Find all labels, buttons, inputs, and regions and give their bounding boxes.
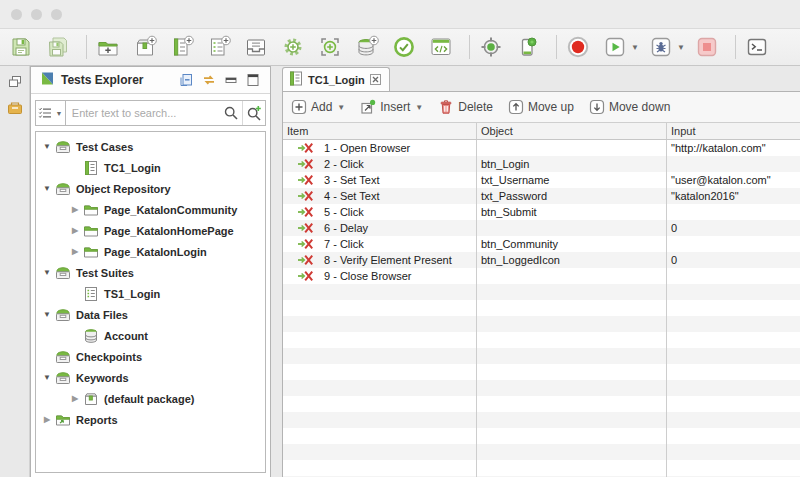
tree-collapsed-arrow-icon[interactable]: ▶ — [41, 415, 53, 424]
table-row[interactable]: 9 - Close Browser — [283, 268, 800, 284]
tree-item-page-kataloncommunity[interactable]: ▶Page_KatalonCommunity — [36, 199, 265, 220]
tree-item-page-katalonhomepage[interactable]: ▶Page_KatalonHomePage — [36, 220, 265, 241]
debug-button[interactable] — [646, 32, 676, 62]
tree-collapsed-arrow-icon[interactable]: ▶ — [69, 205, 81, 214]
tree-item-ts1-login[interactable]: TS1_Login — [36, 283, 265, 304]
empty-table-row[interactable] — [283, 396, 800, 412]
empty-table-row[interactable] — [283, 380, 800, 396]
search-filter-button[interactable]: ▼ — [36, 101, 66, 125]
link-with-editor-icon[interactable] — [198, 70, 220, 90]
drawer-shortcut-icon[interactable] — [4, 98, 26, 118]
add-button[interactable]: Add▼ — [291, 99, 345, 115]
collapse-all-icon[interactable] — [176, 70, 198, 90]
empty-cell — [283, 364, 477, 380]
insert-button[interactable]: Insert▼ — [360, 99, 423, 115]
tree-expanded-arrow-icon[interactable]: ▼ — [41, 310, 53, 319]
tree-collapsed-arrow-icon[interactable]: ▶ — [69, 226, 81, 235]
table-row[interactable]: 4 - Set Texttxt_Password"katalon2016" — [283, 188, 800, 204]
tree-expanded-arrow-icon[interactable]: ▼ — [41, 142, 53, 151]
tree-item-tc1-login[interactable]: TC1_Login — [36, 157, 265, 178]
advanced-search-icon[interactable] — [242, 101, 265, 125]
step-item-label: 7 - Click — [324, 238, 364, 250]
column-header-item[interactable]: Item — [283, 123, 477, 139]
record-button[interactable] — [563, 32, 593, 62]
minimize-icon[interactable] — [220, 70, 242, 90]
new-test-object-button[interactable] — [241, 32, 271, 62]
empty-table-row[interactable] — [283, 444, 800, 460]
new-data-file-button[interactable] — [352, 32, 382, 62]
traffic-light-minimize[interactable] — [31, 9, 42, 20]
step-input-cell: "user@katalon.com" — [667, 172, 800, 188]
code-view-button[interactable] — [426, 32, 456, 62]
delete-button[interactable]: Delete — [438, 99, 493, 115]
tree-item-keywords[interactable]: ▼Keywords — [36, 367, 265, 388]
restore-panel-icon[interactable] — [4, 72, 26, 92]
chevron-down-icon[interactable]: ▼ — [337, 103, 345, 112]
empty-table-row[interactable] — [283, 316, 800, 332]
tree-item-reports[interactable]: ▶Reports — [36, 409, 265, 430]
empty-table-row[interactable] — [283, 348, 800, 364]
generate-script-gear-button[interactable] — [278, 32, 308, 62]
chevron-down-icon[interactable]: ▼ — [631, 43, 639, 52]
tree-expanded-arrow-icon[interactable]: ▼ — [41, 184, 53, 193]
tree-item-test-cases[interactable]: ▼Test Cases — [36, 136, 265, 157]
tree-expanded-arrow-icon[interactable]: ▼ — [41, 373, 53, 382]
traffic-light-zoom[interactable] — [51, 9, 62, 20]
tab-label: TC1_Login — [308, 74, 365, 86]
close-tab-icon[interactable] — [370, 71, 381, 89]
save-all-button[interactable] — [43, 32, 73, 62]
tree-collapsed-arrow-icon[interactable]: ▶ — [69, 247, 81, 256]
tab-tc1-login[interactable]: TC1_Login — [282, 67, 390, 92]
tree-item-data-files[interactable]: ▼Data Files — [36, 304, 265, 325]
table-row[interactable]: 3 - Set Texttxt_Username"user@katalon.co… — [283, 172, 800, 188]
search-icon[interactable] — [220, 101, 243, 125]
tree-item-checkpoints[interactable]: Checkpoints — [36, 346, 265, 367]
table-row[interactable]: 1 - Open Browser"http://katalon.com" — [283, 140, 800, 156]
empty-table-row[interactable] — [283, 460, 800, 476]
traffic-light-close[interactable] — [11, 9, 22, 20]
toolbar-separator — [469, 35, 470, 59]
table-row[interactable]: 2 - Clickbtn_Login — [283, 156, 800, 172]
tree-item-page-katalonlogin[interactable]: ▶Page_KatalonLogin — [36, 241, 265, 262]
new-test-suite-button[interactable] — [204, 32, 234, 62]
table-row[interactable]: 6 - Delay0 — [283, 220, 800, 236]
tree-item-test-suites[interactable]: ▼Test Suites — [36, 262, 265, 283]
empty-table-row[interactable] — [283, 332, 800, 348]
empty-table-row[interactable] — [283, 364, 800, 380]
move-down-button[interactable]: Move down — [589, 99, 670, 115]
console-button[interactable] — [742, 32, 772, 62]
tree-expanded-arrow-icon[interactable]: ▼ — [41, 268, 53, 277]
column-header-input[interactable]: Input — [667, 123, 800, 139]
stop-button[interactable] — [692, 32, 722, 62]
step-input-cell — [667, 204, 800, 220]
empty-table-row[interactable] — [283, 428, 800, 444]
tree-item-account[interactable]: Account — [36, 325, 265, 346]
table-row[interactable]: 7 - Clickbtn_Community — [283, 236, 800, 252]
maximize-icon[interactable] — [242, 70, 264, 90]
empty-table-row[interactable] — [283, 284, 800, 300]
run-button[interactable] — [600, 32, 630, 62]
move-up-button[interactable]: Move up — [508, 99, 574, 115]
save-button[interactable] — [6, 32, 36, 62]
validate-check-button[interactable] — [389, 32, 419, 62]
empty-table-row[interactable] — [283, 300, 800, 316]
new-package-button[interactable] — [130, 32, 160, 62]
chevron-down-icon[interactable]: ▼ — [677, 43, 685, 52]
generate-script-gear-icon — [281, 35, 305, 59]
table-row[interactable]: 5 - Clickbtn_Submit — [283, 204, 800, 220]
new-folder-button[interactable] — [93, 32, 123, 62]
search-input[interactable] — [66, 101, 220, 125]
tree-item-object-repository[interactable]: ▼Object Repository — [36, 178, 265, 199]
new-test-case-button[interactable] — [167, 32, 197, 62]
chevron-down-icon[interactable]: ▼ — [415, 103, 423, 112]
spy-mobile-button[interactable] — [513, 32, 543, 62]
column-header-object[interactable]: Object — [477, 123, 667, 139]
spy-web-button[interactable] — [476, 32, 506, 62]
tree-collapsed-arrow-icon[interactable]: ▶ — [69, 394, 81, 403]
empty-table-row[interactable] — [283, 412, 800, 428]
record-target-button[interactable] — [315, 32, 345, 62]
tree-item--default-package-[interactable]: ▶(default package) — [36, 388, 265, 409]
tree-item-label: Page_KatalonHomePage — [104, 225, 234, 237]
package-icon — [82, 391, 100, 407]
table-row[interactable]: 8 - Verify Element Presentbtn_LoggedIcon… — [283, 252, 800, 268]
